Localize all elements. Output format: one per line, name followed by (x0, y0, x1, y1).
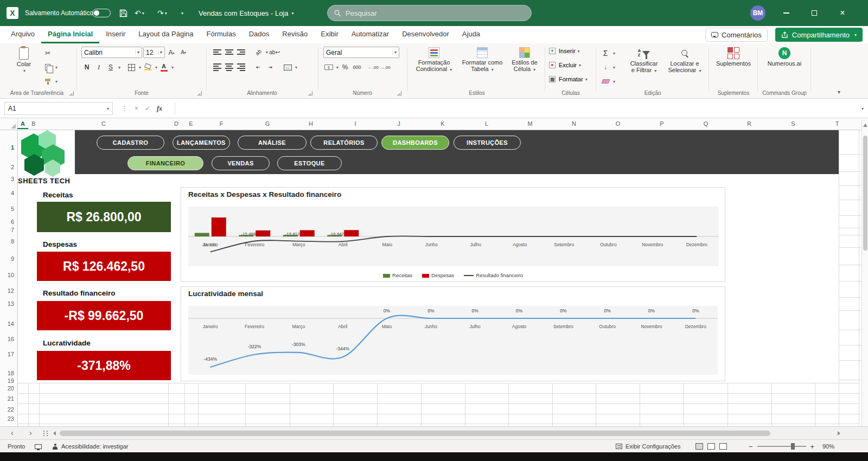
wrap-text-button[interactable]: ab↩ (269, 47, 280, 57)
display-settings-button[interactable]: Exibir Configurações (616, 440, 681, 453)
vertical-scrollbar[interactable] (861, 120, 868, 426)
normal-view-button[interactable] (695, 443, 703, 450)
macro-record-button[interactable] (35, 440, 42, 453)
column-header-B[interactable]: B (31, 120, 35, 127)
row-header-18[interactable]: 18 (8, 370, 14, 376)
align-middle-button[interactable] (224, 47, 234, 57)
column-header-P[interactable]: P (660, 120, 663, 127)
format-as-table-button[interactable]: Formatar comoTabela ▾ (458, 46, 507, 73)
nav-button-dashboards[interactable]: DASHBOARDS (381, 136, 449, 150)
row-header-13[interactable]: 13 (8, 300, 14, 307)
row-header-23[interactable]: 23 (8, 415, 14, 422)
column-header-A[interactable]: A (17, 120, 28, 129)
formula-input[interactable] (175, 102, 835, 115)
menu-tab-dados[interactable]: Dados (242, 26, 276, 43)
percent-style-button[interactable]: % (340, 62, 350, 73)
search-input[interactable]: Pesquisar (327, 5, 532, 21)
numerous-ai-button[interactable]: N Numerous.ai (763, 46, 806, 67)
comments-button[interactable]: Comentários (705, 28, 768, 42)
row-header-7[interactable]: 7 (11, 227, 14, 233)
sheet-grid[interactable]: CADASTROLANÇAMENTOSANÁLISERELATÓRIOSDASH… (0, 130, 868, 426)
increase-decimal-button[interactable]: ←.00 (368, 62, 379, 73)
subnav-button-financeiro[interactable]: FINANCEIRO (127, 156, 203, 170)
comma-style-button[interactable]: 000 (352, 62, 362, 73)
column-header-J[interactable]: J (397, 120, 400, 127)
sort-filter-button[interactable]: AZ Classificare Filtrar ▾ (625, 46, 663, 74)
italic-button[interactable]: I (93, 62, 104, 73)
column-header-G[interactable]: G (265, 120, 270, 127)
row-header-20[interactable]: 20 (8, 385, 14, 392)
row-header-12[interactable]: 12 (8, 287, 14, 294)
scroll-right-icon[interactable] (838, 431, 840, 436)
nav-button-relatórios[interactable]: RELATÓRIOS (310, 136, 378, 150)
font-name-select[interactable]: Calibri▾ (81, 47, 142, 58)
addins-button[interactable]: Suplementos (714, 46, 753, 67)
minimize-button[interactable] (774, 0, 799, 26)
font-size-select[interactable]: 12▾ (143, 47, 165, 58)
close-button[interactable]: × (830, 0, 855, 26)
insert-function-button[interactable]: fx (157, 105, 162, 113)
row-header-22[interactable]: 22 (8, 406, 14, 413)
underline-button[interactable]: S (105, 62, 116, 73)
workbook-title[interactable]: Vendas com Estoques - Loja▾ (199, 0, 294, 26)
format-cells-button[interactable]: ▦Formatar▾ (549, 76, 588, 82)
menu-tab-arquivo[interactable]: Arquivo (4, 26, 41, 43)
confirm-entry-button[interactable]: ✓ (145, 105, 150, 112)
column-header-O[interactable]: O (616, 120, 621, 127)
horizontal-scroll-thumb[interactable] (60, 431, 770, 436)
select-all-corner[interactable] (0, 118, 18, 130)
nav-button-cadastro[interactable]: CADASTRO (97, 136, 164, 150)
menu-tab-ajuda[interactable]: Ajuda (456, 26, 487, 43)
menu-tab-automatizar[interactable]: Automatizar (345, 26, 395, 43)
menu-tab-fórmulas[interactable]: Fórmulas (200, 26, 242, 43)
delete-cells-button[interactable]: ×Excluir▾ (549, 62, 581, 68)
column-header-Q[interactable]: Q (704, 120, 709, 127)
borders-button[interactable] (126, 62, 137, 73)
font-color-button[interactable]: A (158, 62, 169, 73)
account-avatar[interactable]: BM (750, 5, 765, 21)
row-header-1[interactable]: 1 (11, 144, 14, 151)
column-header-D[interactable]: D (174, 120, 178, 127)
row-header-17[interactable]: 17 (8, 351, 14, 357)
nav-button-análise[interactable]: ANÁLISE (238, 136, 307, 150)
align-left-button[interactable] (212, 62, 222, 73)
column-header-L[interactable]: L (485, 120, 488, 127)
scroll-left-icon[interactable] (53, 431, 56, 436)
align-top-button[interactable] (212, 47, 222, 57)
bold-button[interactable]: N (81, 62, 92, 73)
orientation-button[interactable]: ab (251, 44, 266, 60)
conditional-formatting-button[interactable]: FormataçãoCondicional ▾ (412, 46, 456, 73)
menu-tab-exibir[interactable]: Exibir (314, 26, 345, 43)
clipboard-dialog-launcher[interactable] (69, 91, 74, 95)
menu-tab-revisão[interactable]: Revisão (276, 26, 314, 43)
subnav-button-estoque[interactable]: ESTOQUE (277, 156, 342, 170)
share-button[interactable]: Compartilhamento▾ (775, 28, 863, 42)
row-header-4[interactable]: 4 (11, 190, 14, 196)
number-format-select[interactable]: Geral▾ (323, 47, 399, 58)
increase-font-button[interactable]: A▴ (166, 47, 177, 58)
column-header-C[interactable]: C (101, 120, 106, 127)
fill-color-button[interactable] (142, 62, 153, 73)
save-button[interactable] (119, 0, 127, 26)
column-header-N[interactable]: N (572, 120, 576, 127)
copy-button[interactable] (42, 62, 53, 73)
maximize-button[interactable] (802, 0, 827, 26)
accounting-format-button[interactable]: $ (323, 62, 334, 73)
merge-center-button[interactable]: ↔ (282, 62, 293, 73)
expand-formula-bar-button[interactable]: ▾ (861, 106, 864, 111)
column-header-F[interactable]: F (220, 120, 224, 127)
name-box[interactable]: A1▾ (4, 102, 113, 115)
sheet-list-button[interactable] (43, 431, 48, 436)
clear-button[interactable] (600, 76, 611, 87)
page-layout-view-button[interactable] (707, 443, 715, 450)
row-header-9[interactable]: 9 (11, 255, 14, 262)
row-header-21[interactable]: 21 (8, 395, 14, 402)
column-header-I[interactable]: I (354, 120, 356, 127)
row-header-5[interactable]: 5 (11, 206, 14, 212)
column-header-K[interactable]: K (441, 120, 444, 127)
cancel-entry-button[interactable]: × (135, 105, 138, 112)
row-header-3[interactable]: 3 (11, 176, 14, 182)
page-break-view-button[interactable] (719, 443, 727, 450)
zoom-slider-thumb[interactable] (791, 443, 795, 450)
row-header-14[interactable]: 14 (8, 321, 14, 327)
